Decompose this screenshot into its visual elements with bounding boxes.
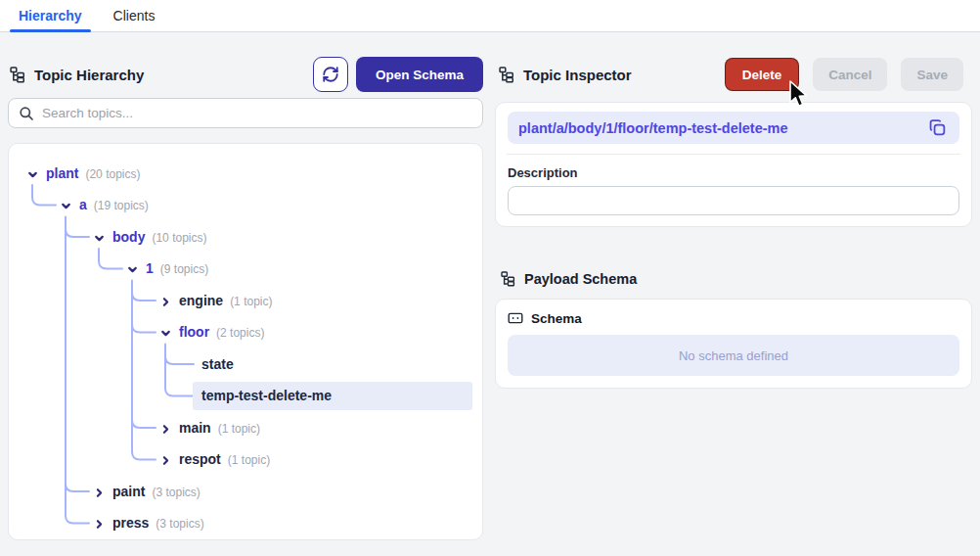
tree-node-label: 1(9 topics) (146, 253, 208, 286)
left-panel-title: Topic Hierarchy (34, 67, 144, 83)
tree-node-label: paint(3 topics) (112, 476, 200, 509)
tab-clients[interactable]: Clients (105, 0, 164, 31)
topic-count: (3 topics) (152, 486, 200, 499)
chevron-down-icon[interactable] (60, 199, 72, 211)
tree-node-paint[interactable]: paint(3 topics) (9, 476, 482, 508)
topic-count: (19 topics) (94, 199, 149, 212)
tree-node-temp-test-delete-me[interactable]: temp-test-delete-me (9, 380, 482, 412)
delete-button[interactable]: Delete (725, 58, 800, 91)
description-label: Description (508, 165, 959, 180)
tree-node-1[interactable]: 1(9 topics) (9, 253, 482, 285)
cancel-button[interactable]: Cancel (813, 58, 887, 91)
hierarchy-icon (10, 67, 26, 83)
tree-node-label: state (201, 348, 234, 381)
topic-path-chip: plant/a/body/1/floor/temp-test-delete-me (508, 112, 959, 144)
chevron-right-icon[interactable] (159, 422, 172, 435)
topic-inspector-card: plant/a/body/1/floor/temp-test-delete-me… (495, 102, 972, 227)
tree-node-plant[interactable]: plant(20 topics) (9, 158, 482, 190)
tree-node-label: main(1 topic) (179, 412, 260, 445)
payload-schema-title: Payload Schema (524, 271, 637, 287)
tree-node-respot[interactable]: respot(1 topic) (9, 443, 482, 476)
tab-hierarchy[interactable]: Hierarchy (10, 0, 91, 31)
hierarchy-icon (499, 67, 515, 83)
tree-node-label: a(19 topics) (79, 189, 149, 222)
topic-count: (2 topics) (216, 326, 264, 340)
chevron-right-icon[interactable] (93, 486, 106, 498)
hierarchy-icon (501, 271, 516, 287)
tree-node-label: respot(1 topic) (179, 443, 270, 477)
topic-count: (20 topics) (85, 167, 140, 181)
schema-icon (508, 310, 523, 326)
payload-schema-header: Payload Schema (501, 271, 637, 287)
tree-node-body[interactable]: body(10 topics) (9, 221, 482, 254)
chevron-down-icon[interactable] (159, 326, 172, 339)
topic-path: plant/a/body/1/floor/temp-test-delete-me (518, 120, 926, 136)
chevron-right-icon[interactable] (159, 453, 172, 466)
tree-node-label: floor(2 topics) (179, 316, 264, 349)
topic-count: (9 topics) (160, 262, 208, 276)
tree-node-engine[interactable]: engine(1 topic) (9, 285, 482, 317)
tree-node-press[interactable]: press(3 topics) (9, 507, 482, 539)
copy-path-button[interactable] (926, 116, 949, 139)
chevron-down-icon[interactable] (26, 167, 39, 180)
topic-inspector-header: Topic Inspector Delete Cancel Save (499, 57, 972, 92)
description-input[interactable] (508, 186, 959, 215)
schema-card: Schema No schema defined (495, 299, 972, 389)
no-schema-message: No schema defined (508, 335, 959, 376)
refresh-button[interactable] (313, 57, 348, 92)
topic-count: (1 topic) (230, 295, 272, 308)
topic-search (8, 98, 483, 128)
tree-node-label: engine(1 topic) (179, 285, 272, 318)
tree-node-label: body(10 topics) (112, 221, 206, 255)
tree-node-label: press(3 topics) (112, 507, 204, 540)
tree-node-a[interactable]: a(19 topics) (9, 189, 482, 221)
chevron-right-icon[interactable] (159, 295, 172, 307)
topic-tree: plant(20 topics)a(19 topics)body(10 topi… (8, 143, 483, 540)
search-icon (19, 106, 34, 121)
right-panel-title: Topic Inspector (523, 67, 632, 83)
tree-node-label: temp-test-delete-me (201, 380, 332, 412)
tree-node-label: plant(20 topics) (46, 158, 140, 191)
main-area: Topic Hierarchy Open Schema Top (0, 32, 980, 556)
chevron-down-icon[interactable] (93, 231, 106, 244)
topic-count: (3 topics) (156, 517, 203, 531)
topic-count: (1 topic) (218, 422, 260, 436)
topic-count: (1 topic) (228, 453, 270, 467)
schema-label: Schema (531, 311, 582, 326)
topic-count: (10 topics) (152, 231, 206, 245)
chevron-down-icon[interactable] (126, 262, 139, 275)
divider (507, 154, 960, 155)
save-button[interactable]: Save (901, 58, 963, 91)
tree-node-main[interactable]: main(1 topic) (9, 412, 482, 444)
copy-icon (928, 118, 947, 137)
tree-node-floor[interactable]: floor(2 topics) (9, 316, 482, 348)
open-schema-button[interactable]: Open Schema (356, 57, 483, 92)
refresh-icon (322, 66, 339, 83)
chevron-right-icon[interactable] (93, 517, 106, 530)
topic-hierarchy-header: Topic Hierarchy Open Schema (10, 57, 483, 92)
tree-node-state[interactable]: state (9, 348, 482, 381)
tab-bar: Hierarchy Clients (0, 0, 980, 32)
search-input[interactable] (42, 106, 472, 120)
